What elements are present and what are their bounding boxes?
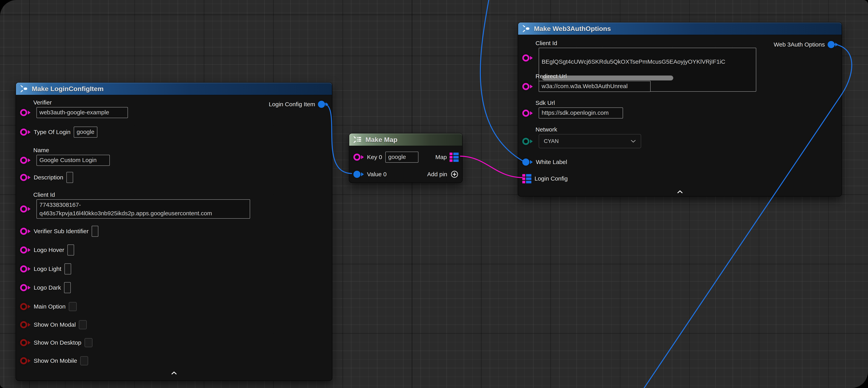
pin-row-sdk-url: Sdk Url https://sdk.openlogin.com bbox=[518, 99, 842, 118]
collapse-node-button[interactable] bbox=[171, 371, 177, 376]
description-string-pin[interactable] bbox=[20, 174, 31, 181]
pin-row-redirect-url: Redirect Url w3a://com.w3a.Web3AuthUnrea… bbox=[518, 73, 842, 92]
login-config-map-pin[interactable] bbox=[522, 174, 531, 183]
node-title: Make Web3AuthOptions bbox=[534, 25, 611, 33]
show-on-mobile-checkbox[interactable] bbox=[80, 356, 88, 365]
network-dropdown[interactable]: CYAN bbox=[539, 134, 641, 148]
chevron-up-icon bbox=[171, 371, 177, 375]
add-pin-button[interactable]: Add pin bbox=[427, 170, 459, 178]
key0-label: Key 0 bbox=[367, 154, 382, 160]
verifier-field[interactable]: web3auth-google-example bbox=[36, 107, 128, 118]
description-field[interactable] bbox=[66, 172, 73, 183]
pin-row-show-on-desktop: Show On Desktop bbox=[16, 337, 332, 349]
add-pin-label: Add pin bbox=[427, 171, 447, 178]
node-make-login-config-item[interactable]: Make LoginConfigItem Login Config Item V… bbox=[16, 82, 332, 381]
pin-row-show-on-modal: Show On Modal bbox=[16, 319, 332, 331]
verifier-sub-identifier-field[interactable] bbox=[92, 226, 98, 237]
show-on-desktop-label: Show On Desktop bbox=[34, 339, 82, 346]
network-selected-value: CYAN bbox=[544, 138, 559, 144]
show-on-modal-checkbox[interactable] bbox=[79, 320, 87, 329]
name-field[interactable]: Google Custom Login bbox=[36, 155, 110, 166]
collapse-node-button[interactable] bbox=[677, 190, 683, 195]
pin-row-logo-hover: Logo Hover bbox=[16, 244, 332, 256]
type-of-login-field[interactable]: google bbox=[74, 126, 97, 138]
pin-row-show-on-mobile: Show On Mobile bbox=[16, 355, 332, 367]
logo-light-string-pin[interactable] bbox=[20, 265, 31, 272]
verifier-string-pin[interactable] bbox=[20, 109, 31, 116]
make-struct-icon bbox=[20, 85, 28, 93]
pin-row-main-option: Main Option bbox=[16, 301, 332, 312]
pin-row-logo-light: Logo Light bbox=[16, 263, 332, 275]
pin-row-name: Name Google Custom Login bbox=[16, 147, 332, 166]
node-title: Make LoginConfigItem bbox=[32, 85, 104, 93]
show-on-modal-bool-pin[interactable] bbox=[20, 321, 31, 328]
show-on-desktop-bool-pin[interactable] bbox=[20, 339, 31, 346]
white-label-label: White Label bbox=[536, 159, 567, 166]
pin-row-verifier-sub-identifier: Verifier Sub Identifier bbox=[16, 225, 332, 237]
make-map-icon bbox=[353, 136, 362, 144]
key0-string-pin[interactable] bbox=[353, 154, 364, 161]
logo-light-field[interactable] bbox=[64, 263, 71, 274]
node-header-make-map[interactable]: Make Map bbox=[349, 133, 462, 146]
chevron-down-icon bbox=[630, 140, 636, 143]
node-make-web3auth-options[interactable]: Make Web3AuthOptions Web 3Auth Options C… bbox=[518, 22, 842, 197]
client-id-string-pin[interactable] bbox=[20, 205, 31, 212]
sdk-url-string-pin[interactable] bbox=[522, 110, 533, 117]
login-config-label: Login Config bbox=[534, 175, 568, 182]
verifier-sub-identifier-string-pin[interactable] bbox=[20, 228, 31, 235]
verifier-label: Verifier bbox=[33, 99, 332, 106]
redirect-url-string-pin[interactable] bbox=[522, 83, 533, 90]
client-id-string-pin[interactable] bbox=[522, 54, 533, 61]
map-output-pin[interactable] bbox=[450, 153, 459, 162]
client-id-field[interactable]: 774338308167- q463s7kpvja16l4l0kko3nb925… bbox=[36, 199, 250, 219]
pin-row-network: Network CYAN bbox=[518, 126, 842, 148]
value0-label: Value 0 bbox=[367, 171, 387, 178]
pin-row-login-config: Login Config bbox=[518, 173, 842, 184]
show-on-mobile-label: Show On Mobile bbox=[34, 357, 77, 364]
wire-offscreen-to-white-label[interactable] bbox=[480, 0, 523, 161]
node-header-make-web3auth-options[interactable]: Make Web3AuthOptions bbox=[518, 23, 842, 35]
client-id-label: Client Id bbox=[33, 191, 332, 198]
main-option-bool-pin[interactable] bbox=[20, 303, 31, 310]
pin-row-verifier: Verifier web3auth-google-example bbox=[16, 99, 332, 118]
type-of-login-label: Type Of Login bbox=[34, 129, 70, 136]
redirect-url-field[interactable]: w3a://com.w3a.Web3AuthUnreal bbox=[539, 81, 651, 92]
pin-row-map-output: Map bbox=[435, 151, 459, 163]
verifier-sub-identifier-label: Verifier Sub Identifier bbox=[34, 228, 89, 235]
redirect-url-label: Redirect Url bbox=[535, 73, 842, 80]
name-string-pin[interactable] bbox=[20, 157, 31, 164]
main-option-checkbox[interactable] bbox=[69, 302, 77, 311]
name-label: Name bbox=[33, 147, 332, 154]
logo-dark-field[interactable] bbox=[64, 282, 71, 293]
show-on-mobile-bool-pin[interactable] bbox=[20, 357, 31, 364]
client-id-label: Client Id bbox=[535, 40, 842, 47]
pin-row-white-label: White Label bbox=[518, 156, 842, 168]
add-pin-icon bbox=[451, 170, 459, 178]
logo-hover-string-pin[interactable] bbox=[20, 246, 31, 253]
network-label: Network bbox=[535, 126, 842, 133]
sdk-url-label: Sdk Url bbox=[535, 99, 842, 106]
logo-light-label: Logo Light bbox=[34, 266, 61, 272]
node-title: Make Map bbox=[365, 136, 398, 144]
node-make-map[interactable]: Make Map Key 0 google Map Value 0 Add pi… bbox=[349, 133, 463, 183]
pin-row-type-of-login: Type Of Login google bbox=[16, 126, 332, 138]
client-id-text: BEglQSgt4cUWcj6SKRdu5QkOXTsePmMcusG5EAoy… bbox=[541, 57, 753, 66]
logo-hover-field[interactable] bbox=[67, 244, 74, 256]
node-header-make-login-config-item[interactable]: Make LoginConfigItem bbox=[16, 83, 332, 95]
type-of-login-string-pin[interactable] bbox=[20, 128, 31, 136]
show-on-modal-label: Show On Modal bbox=[34, 321, 76, 328]
show-on-desktop-checkbox[interactable] bbox=[85, 338, 92, 347]
main-option-label: Main Option bbox=[34, 303, 66, 310]
logo-hover-label: Logo Hover bbox=[34, 247, 64, 253]
network-enum-pin[interactable] bbox=[522, 138, 533, 145]
wire-map-to-login-config[interactable] bbox=[460, 156, 523, 178]
chevron-up-icon bbox=[677, 190, 683, 193]
blueprint-graph-canvas[interactable]: Make LoginConfigItem Login Config Item V… bbox=[0, 0, 868, 388]
make-struct-icon bbox=[522, 25, 530, 33]
sdk-url-field[interactable]: https://sdk.openlogin.com bbox=[539, 108, 623, 118]
value0-object-pin[interactable] bbox=[353, 171, 364, 178]
white-label-object-pin[interactable] bbox=[522, 158, 533, 166]
logo-dark-string-pin[interactable] bbox=[20, 284, 31, 291]
pin-row-client-id: Client Id 774338308167- q463s7kpvja16l4l… bbox=[16, 191, 332, 219]
key0-field[interactable]: google bbox=[385, 152, 418, 163]
